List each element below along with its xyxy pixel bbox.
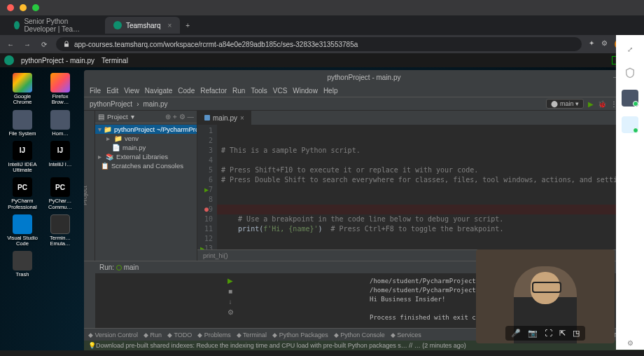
menu-code[interactable]: Code xyxy=(178,87,195,95)
tree-scratches[interactable]: 📋 Scratches and Consoles xyxy=(95,161,197,170)
shield-icon[interactable] xyxy=(623,66,637,80)
editor-tabs: main.py × xyxy=(197,111,644,125)
project-tool-tab[interactable]: Project xyxy=(84,186,88,205)
desktop-icon-file-system[interactable]: File System xyxy=(4,109,41,138)
browser-tab-0[interactable]: Senior Python Developer | Tea… xyxy=(6,17,104,34)
desktop-icon-trash[interactable]: Trash xyxy=(4,249,41,279)
participant-avatar[interactable] xyxy=(622,90,638,107)
tree-root[interactable]: ▾📁 pythonProject ~/PycharmProjects/pytho… xyxy=(95,125,197,134)
menu-refactor[interactable]: Refactor xyxy=(200,87,227,95)
reload-button[interactable]: ⟳ xyxy=(39,41,49,48)
tree-main[interactable]: 📄 main.py xyxy=(95,143,197,152)
statusbar-python-packages[interactable]: ◆ Python Packages xyxy=(272,331,328,338)
desktop-icon-intellij-community[interactable]: IntelliJ I… xyxy=(42,139,78,175)
menu-help[interactable]: Help xyxy=(323,87,338,95)
mac-titlebar xyxy=(0,0,644,15)
puzzle-icon[interactable]: ⚙ xyxy=(601,39,608,49)
menu-navigate[interactable]: Navigate xyxy=(145,87,172,95)
project-panel-header[interactable]: ▤ Project ▾ ⊕⌖⚙— xyxy=(95,111,197,123)
statusbar-run[interactable]: ◆ Run xyxy=(144,331,162,338)
teamsharq-logo-icon[interactable] xyxy=(4,55,14,65)
maximize-window-icon[interactable] xyxy=(32,4,39,11)
tab-favicon-icon xyxy=(14,21,20,29)
ide-nav-bar: pythonProject › main.py ⬤ main ▾ ▶ 🐞 ⋮ ■… xyxy=(84,97,644,111)
menu-edit[interactable]: Edit xyxy=(106,87,118,95)
address-bar[interactable]: app-courses.teamsharq.com/workspace/rcrm… xyxy=(56,37,582,51)
icon-label: Firefox Brow… xyxy=(43,94,77,106)
tree-ext-libs[interactable]: ▸📚 External Libraries xyxy=(95,152,197,161)
gear-icon[interactable]: ⚙ xyxy=(623,336,637,350)
gutter[interactable]: 123456▶78●9101112▶1314151617 xyxy=(197,125,217,249)
run-config-selector[interactable]: ⬤ main ▾ xyxy=(546,99,584,109)
trash-icon xyxy=(13,251,32,271)
ide-titlebar[interactable]: pythonProject - main.py — ▢ ✕ xyxy=(84,70,644,84)
ide-left-gutter: Project Structure Bookmarks xyxy=(84,111,95,261)
icon-label: PyCharm Professional xyxy=(6,198,39,210)
back-button[interactable]: ← xyxy=(6,41,15,48)
menu-file[interactable]: File xyxy=(90,87,101,95)
pip-button[interactable]: ◳ xyxy=(573,329,580,338)
icon-label: File System xyxy=(8,131,36,137)
extension-icon[interactable]: ✦ xyxy=(589,39,594,49)
menu-tools[interactable]: Tools xyxy=(251,87,267,95)
home-icon xyxy=(50,110,70,130)
webcam-video[interactable]: 🎤 📷 ⛶ ⇱ ◳ xyxy=(476,249,615,343)
run-down-icon[interactable]: ↓ xyxy=(229,298,232,306)
forward-button[interactable]: → xyxy=(22,41,32,48)
statusbar-todo[interactable]: ◆ TODO xyxy=(167,331,192,338)
run-button[interactable]: ▶ xyxy=(588,100,594,108)
fullscreen-button[interactable]: ⛶ xyxy=(545,329,552,338)
close-window-icon[interactable] xyxy=(7,4,14,11)
tab-label: Teamsharq xyxy=(126,22,160,29)
desktop-icon-terminal[interactable]: Termin… Emula… xyxy=(42,213,78,249)
desktop-icon-intellij-ultimate[interactable]: IntelliJ IDEA Ultimate xyxy=(4,139,41,175)
close-tab-icon[interactable]: × xyxy=(167,22,172,29)
editor-tab-main[interactable]: main.py × xyxy=(197,111,252,125)
stop-run-button[interactable]: ■ xyxy=(228,287,232,295)
statusbar-services[interactable]: ◆ Services xyxy=(391,331,421,338)
icon-label: PyChar… Commu… xyxy=(43,198,77,210)
menu-vcs[interactable]: VCS xyxy=(273,87,288,95)
desktop-icon-firefox[interactable]: Firefox Brow… xyxy=(42,71,78,107)
share-button[interactable]: ⇱ xyxy=(559,329,566,338)
collapse-icon[interactable]: ⊕ xyxy=(165,113,171,121)
remote-desktop: Google ChromeFirefox Brow…File SystemHom… xyxy=(0,67,644,350)
icon-label: Termin… Emula… xyxy=(43,235,77,247)
rerun-button[interactable]: ▶ xyxy=(227,277,233,285)
run-settings-icon[interactable]: ⚙ xyxy=(227,308,234,316)
code-editor[interactable]: 123456▶78●9101112▶1314151617 # This is a… xyxy=(197,125,644,249)
breadcrumb-file[interactable]: main.py xyxy=(144,100,168,108)
debug-button[interactable]: 🐞 xyxy=(598,100,606,108)
terminal-icon xyxy=(50,214,70,234)
tree-venv[interactable]: ▸📁 venv xyxy=(95,134,197,143)
icon-label: Trash xyxy=(16,272,29,278)
new-tab-button[interactable]: + xyxy=(181,22,194,29)
select-opened-icon[interactable]: ⌖ xyxy=(173,113,177,121)
desktop-icon-pycharm-community[interactable]: PyChar… Commu… xyxy=(42,176,78,212)
hide-icon[interactable]: — xyxy=(188,113,195,121)
bot-avatar[interactable] xyxy=(622,116,638,133)
statusbar-version-control[interactable]: ◆ Version Control xyxy=(88,331,138,338)
expand-icon[interactable]: ⤢ xyxy=(623,42,637,56)
menu-window[interactable]: Window xyxy=(293,87,318,95)
statusbar-problems[interactable]: ◆ Problems xyxy=(197,331,231,338)
url-text: app-courses.teamsharq.com/workspace/rcrm… xyxy=(74,41,358,48)
menu-run[interactable]: Run xyxy=(232,87,245,95)
minimize-window-icon[interactable] xyxy=(20,4,27,11)
desktop-icon-home[interactable]: Hom… xyxy=(42,109,78,138)
desktop-icon-vscode[interactable]: Visual Studio Code xyxy=(4,213,41,249)
menu-view[interactable]: View xyxy=(124,87,139,95)
browser-toolbar: ← → ⟳ app-courses.teamsharq.com/workspac… xyxy=(0,35,644,53)
taskbar-app-pycharm[interactable]: pythonProject - main.py xyxy=(21,57,94,64)
file-system-icon xyxy=(13,110,32,130)
mic-button[interactable]: 🎤 xyxy=(511,329,521,338)
desktop-icon-google-chrome[interactable]: Google Chrome xyxy=(4,71,41,107)
breadcrumb-project[interactable]: pythonProject xyxy=(90,100,132,108)
statusbar-terminal[interactable]: ◆ Terminal xyxy=(237,331,267,338)
camera-button[interactable]: 📷 xyxy=(528,329,538,338)
settings-icon[interactable]: ⚙ xyxy=(179,113,186,121)
taskbar-app-terminal[interactable]: Terminal xyxy=(102,57,128,64)
desktop-icon-pycharm-pro[interactable]: PyCharm Professional xyxy=(4,176,41,212)
statusbar-python-console[interactable]: ◆ Python Console xyxy=(334,331,385,338)
browser-tab-1[interactable]: Teamsharq× xyxy=(105,17,180,34)
